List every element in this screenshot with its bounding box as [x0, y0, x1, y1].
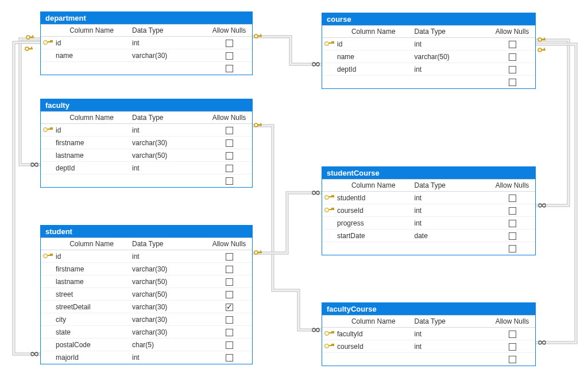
primary-key-icon — [43, 252, 51, 261]
allow-nulls-checkbox[interactable] — [226, 329, 233, 336]
allow-nulls-checkbox[interactable] — [226, 341, 233, 349]
column-name: id — [335, 38, 412, 50]
column-row-empty[interactable] — [322, 353, 535, 366]
entity-title[interactable]: faculty — [41, 99, 252, 111]
svg-rect-17 — [544, 38, 545, 39]
column-row[interactable]: idint — [322, 38, 535, 50]
column-type: int — [412, 192, 490, 204]
allow-nulls-checkbox[interactable] — [226, 152, 233, 160]
columns-table: Column NameData TypeAllow NullsstudentId… — [322, 179, 535, 255]
entity-facultyCourse[interactable]: facultyCourseColumn NameData TypeAllow N… — [322, 302, 536, 366]
column-row[interactable]: streetvarchar(50) — [41, 288, 252, 301]
header-data-type: Data Type — [412, 180, 490, 192]
column-row[interactable]: courseIdint — [322, 204, 535, 217]
allow-nulls-checkbox[interactable] — [509, 66, 516, 73]
allow-nulls-checkbox[interactable] — [509, 195, 516, 202]
allow-nulls-checkbox[interactable] — [226, 52, 233, 60]
column-row[interactable]: namevarchar(30) — [41, 49, 252, 62]
column-row[interactable]: startDatedate — [322, 230, 535, 242]
allow-nulls-checkbox[interactable] — [509, 41, 516, 48]
allow-nulls-checkbox[interactable] — [226, 253, 233, 261]
allow-nulls-checkbox[interactable] — [226, 316, 233, 324]
column-row[interactable]: namevarchar(50) — [322, 50, 535, 63]
allow-nulls-checkbox[interactable] — [509, 53, 516, 61]
column-row[interactable]: deptIdint — [322, 63, 535, 76]
allow-nulls-checkbox[interactable] — [226, 177, 233, 185]
header-column-name: Column Name — [53, 238, 130, 250]
allow-nulls-checkbox[interactable] — [226, 278, 233, 286]
entity-title[interactable]: studentCourse — [322, 167, 535, 179]
columns-table: Column NameData TypeAllow Nullsidintfirs… — [41, 111, 252, 187]
allow-nulls-checkbox[interactable] — [226, 127, 233, 134]
allow-nulls-checkbox[interactable] — [509, 207, 516, 215]
column-row[interactable]: progressint — [322, 217, 535, 230]
column-row[interactable]: streetDetailvarchar(30) — [41, 301, 252, 313]
column-type: varchar(30) — [130, 137, 206, 149]
allow-nulls-checkbox[interactable] — [509, 220, 516, 227]
entity-department[interactable]: departmentColumn NameData TypeAllow Null… — [40, 11, 253, 75]
allow-nulls-checkbox[interactable] — [226, 139, 233, 147]
column-row[interactable]: lastnamevarchar(50) — [41, 275, 252, 288]
primary-key-icon — [43, 126, 51, 134]
column-name: state — [53, 326, 130, 339]
allow-nulls-checkbox[interactable] — [226, 165, 233, 172]
primary-key-icon — [43, 39, 51, 47]
allow-nulls-checkbox[interactable] — [226, 266, 233, 273]
column-row[interactable]: majorIdint — [41, 351, 252, 364]
header-column-name: Column Name — [53, 25, 130, 37]
column-name: deptId — [53, 162, 130, 174]
column-row-empty[interactable] — [322, 242, 535, 255]
allow-nulls-checkbox[interactable] — [226, 65, 233, 72]
svg-rect-4 — [29, 48, 33, 50]
column-row[interactable]: facultyIdint — [322, 328, 535, 340]
column-row[interactable]: postalCodechar(5) — [41, 339, 252, 351]
entity-title[interactable]: facultyCourse — [322, 303, 535, 315]
entity-student[interactable]: studentColumn NameData TypeAllow Nullsid… — [40, 225, 253, 364]
column-row[interactable]: idint — [41, 124, 252, 137]
allow-nulls-checkbox[interactable] — [509, 232, 516, 240]
column-row[interactable]: idint — [41, 37, 252, 49]
column-row[interactable]: idint — [41, 250, 252, 263]
column-row-empty[interactable] — [41, 174, 252, 187]
column-row[interactable]: courseIdint — [322, 340, 535, 353]
column-row[interactable]: firstnamevarchar(30) — [41, 263, 252, 275]
allow-nulls-checkbox[interactable] — [226, 291, 233, 298]
allow-nulls-checkbox[interactable] — [226, 304, 233, 311]
column-type: varchar(30) — [130, 313, 206, 326]
column-row[interactable]: lastnamevarchar(50) — [41, 149, 252, 162]
svg-rect-14 — [260, 251, 261, 252]
allow-nulls-checkbox[interactable] — [509, 79, 516, 86]
allow-nulls-checkbox[interactable] — [509, 331, 516, 338]
column-row-empty[interactable] — [41, 62, 252, 75]
column-row[interactable]: deptIdint — [41, 162, 252, 174]
svg-point-0 — [26, 36, 30, 39]
column-type: int — [412, 328, 490, 340]
allow-nulls-checkbox[interactable] — [509, 343, 516, 351]
entity-title[interactable]: student — [41, 226, 252, 238]
entity-studentCourse[interactable]: studentCourseColumn NameData TypeAllow N… — [322, 166, 536, 255]
entity-title[interactable]: course — [322, 13, 535, 25]
column-name: id — [53, 124, 130, 137]
column-row[interactable]: statevarchar(30) — [41, 326, 252, 339]
allow-nulls-checkbox[interactable] — [226, 354, 233, 362]
column-type: int — [130, 250, 206, 263]
header-data-type: Data Type — [412, 26, 490, 38]
svg-rect-10 — [258, 125, 262, 126]
column-row[interactable]: studentIdint — [322, 192, 535, 204]
allow-nulls-checkbox[interactable] — [226, 40, 233, 47]
column-row-empty[interactable] — [322, 76, 535, 88]
column-type: int — [412, 63, 490, 76]
many-marker-icon — [311, 189, 320, 196]
primary-key-icon — [324, 194, 332, 202]
svg-rect-1 — [30, 37, 34, 38]
column-name: name — [335, 50, 412, 63]
column-row[interactable]: firstnamevarchar(30) — [41, 137, 252, 149]
svg-rect-13 — [258, 252, 262, 254]
column-row[interactable]: cityvarchar(30) — [41, 313, 252, 326]
entity-course[interactable]: courseColumn NameData TypeAllow Nullsidi… — [322, 13, 536, 89]
allow-nulls-checkbox[interactable] — [509, 356, 516, 363]
many-marker-icon — [30, 161, 39, 168]
entity-faculty[interactable]: facultyColumn NameData TypeAllow Nullsid… — [40, 99, 253, 188]
entity-title[interactable]: department — [41, 12, 252, 24]
allow-nulls-checkbox[interactable] — [509, 245, 516, 252]
